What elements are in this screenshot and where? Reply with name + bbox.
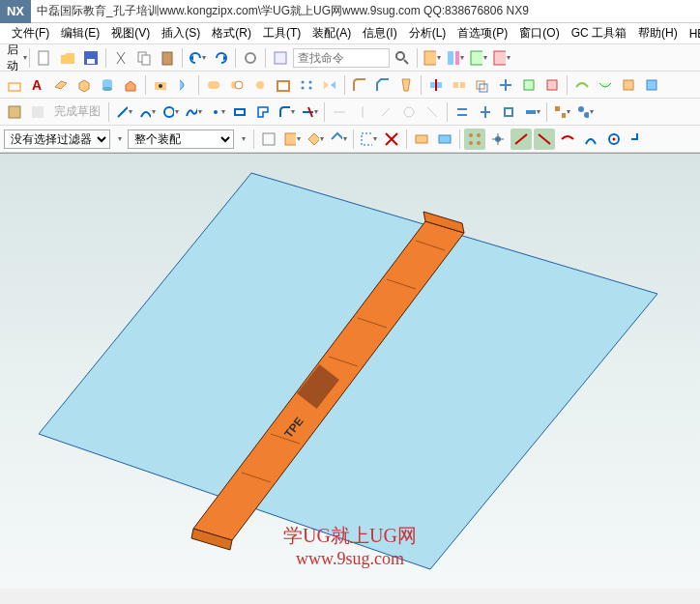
replace-icon[interactable]	[518, 74, 540, 96]
mirror-icon[interactable]	[319, 74, 340, 96]
circle-tool-icon[interactable]	[160, 101, 181, 123]
menu-window[interactable]: 窗口(O)	[513, 23, 565, 43]
menu-info[interactable]: 信息(I)	[357, 23, 402, 43]
surf2-icon[interactable]	[595, 74, 616, 96]
draft-icon[interactable]	[395, 74, 417, 96]
unite-icon[interactable]	[203, 74, 224, 96]
surf4-icon[interactable]	[641, 74, 662, 96]
dim4-icon[interactable]	[398, 101, 420, 123]
menu-preferences[interactable]: 首选项(P)	[452, 23, 513, 43]
disp2-icon[interactable]	[434, 129, 455, 150]
selection-filter-dropdown[interactable]: 没有选择过滤器	[4, 129, 110, 149]
viewport-3d[interactable]: TPE 学UG就上UG网 www.9sug.com	[0, 153, 700, 589]
open-button[interactable]	[57, 47, 78, 69]
sketch-env-icon[interactable]	[4, 101, 25, 123]
arc-tool-icon[interactable]	[136, 101, 158, 123]
con4-icon[interactable]	[521, 101, 542, 123]
repeat-button[interactable]	[240, 47, 261, 69]
copy-button[interactable]	[133, 47, 155, 69]
sel6-icon[interactable]	[381, 129, 402, 150]
undo-button[interactable]	[187, 47, 208, 69]
snap8-icon[interactable]	[627, 129, 648, 150]
command-search-input[interactable]	[293, 48, 390, 68]
split-icon[interactable]	[449, 74, 470, 96]
con2-icon[interactable]	[475, 101, 496, 123]
new-button[interactable]	[34, 47, 55, 69]
sel5-icon[interactable]	[358, 129, 379, 150]
proj1-icon[interactable]	[551, 101, 572, 123]
snap1-icon[interactable]	[464, 129, 485, 150]
redo-button[interactable]	[210, 47, 231, 69]
menu-assembly[interactable]: 装配(A)	[306, 23, 357, 43]
menu-format[interactable]: 格式(R)	[206, 23, 257, 43]
dim2-icon[interactable]	[352, 101, 373, 123]
sel3-icon[interactable]	[305, 129, 326, 150]
profile-tool-icon[interactable]	[252, 101, 274, 123]
menu-help[interactable]: 帮助(H)	[632, 23, 684, 43]
layout2-button[interactable]	[445, 47, 466, 69]
delete-face-icon[interactable]	[541, 74, 563, 96]
snap7-icon[interactable]	[603, 129, 625, 150]
menu-file[interactable]: 文件(F)	[6, 23, 55, 43]
layout1-button[interactable]	[422, 47, 443, 69]
move-icon[interactable]	[495, 74, 516, 96]
snap3-icon[interactable]	[510, 129, 532, 150]
sel4-icon[interactable]	[328, 129, 349, 150]
touch-mode-button[interactable]	[270, 47, 291, 69]
shell-icon[interactable]	[273, 74, 294, 96]
filter-mode-icon[interactable]	[112, 129, 126, 150]
assembly-scope-dropdown[interactable]: 整个装配	[128, 129, 234, 149]
paste-button[interactable]	[157, 47, 178, 69]
sel2-icon[interactable]	[281, 129, 303, 150]
layout4-button[interactable]	[491, 47, 512, 69]
menu-gctools[interactable]: GC 工具箱	[566, 23, 632, 43]
chamfer-icon[interactable]	[372, 74, 394, 96]
menu-tools[interactable]: 工具(T)	[257, 23, 306, 43]
extrude-icon[interactable]	[120, 74, 141, 96]
con1-icon[interactable]	[452, 101, 473, 123]
spline-tool-icon[interactable]	[183, 101, 204, 123]
snap5-icon[interactable]	[557, 129, 578, 150]
trim-tool-icon[interactable]	[299, 101, 320, 123]
pattern-icon[interactable]	[296, 74, 317, 96]
revolve-icon[interactable]	[173, 74, 194, 96]
offset-icon[interactable]	[472, 74, 493, 96]
rect-tool-icon[interactable]	[229, 101, 250, 123]
sketch-icon[interactable]	[4, 74, 25, 96]
trim-icon[interactable]	[425, 74, 447, 96]
save-button[interactable]	[80, 47, 102, 69]
start-button[interactable]: 启动	[4, 47, 25, 69]
menu-analysis[interactable]: 分析(L)	[403, 23, 452, 43]
edge-blend-icon[interactable]	[349, 74, 370, 96]
cylinder-icon[interactable]	[97, 74, 118, 96]
menu-edit[interactable]: 编辑(E)	[55, 23, 105, 43]
menu-hb[interactable]: HB_I	[684, 25, 700, 43]
search-button[interactable]	[392, 47, 413, 69]
hole-icon[interactable]	[150, 74, 171, 96]
surf3-icon[interactable]	[618, 74, 639, 96]
intersect-icon[interactable]	[249, 74, 271, 96]
dim5-icon[interactable]	[422, 101, 443, 123]
scope-mode-icon[interactable]	[236, 129, 249, 150]
con3-icon[interactable]	[498, 101, 519, 123]
surf1-icon[interactable]	[571, 74, 593, 96]
menu-insert[interactable]: 插入(S)	[156, 23, 206, 43]
disp1-icon[interactable]	[411, 129, 432, 150]
fillet-tool-icon[interactable]	[276, 101, 297, 123]
menu-view[interactable]: 视图(V)	[105, 23, 156, 43]
point-tool-icon[interactable]	[206, 101, 227, 123]
snap6-icon[interactable]	[580, 129, 601, 150]
snap4-icon[interactable]	[534, 129, 555, 150]
text-icon[interactable]: A	[27, 74, 48, 96]
line-tool-icon[interactable]	[113, 101, 134, 123]
layout3-button[interactable]	[468, 47, 489, 69]
dim3-icon[interactable]	[375, 101, 396, 123]
snap2-icon[interactable]	[487, 129, 509, 150]
dim1-icon[interactable]	[329, 101, 350, 123]
proj2-icon[interactable]	[574, 101, 596, 123]
direct-sketch-icon[interactable]	[27, 101, 48, 123]
datum-plane-icon[interactable]	[50, 74, 72, 96]
subtract-icon[interactable]	[226, 74, 248, 96]
cut-button[interactable]	[110, 47, 131, 69]
sel1-icon[interactable]	[258, 129, 279, 150]
